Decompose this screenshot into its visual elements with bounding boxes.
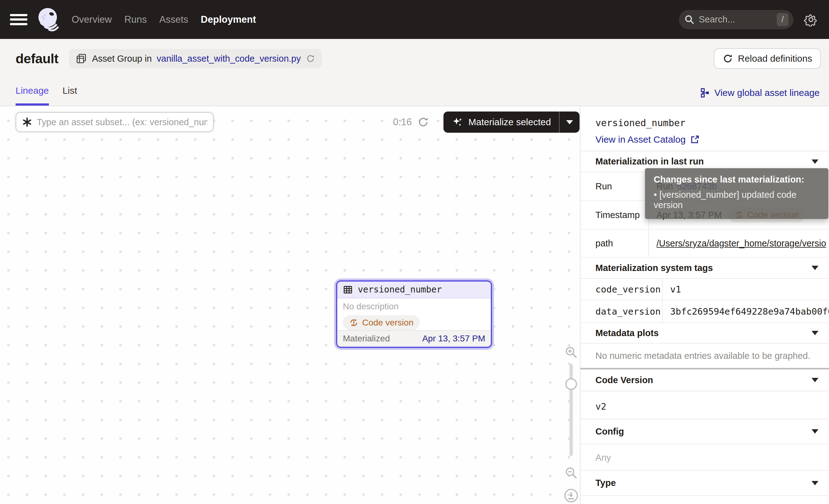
chevron-down-icon: [812, 331, 819, 335]
path-row-label: path: [580, 229, 649, 257]
view-in-asset-catalog-link[interactable]: View in Asset Catalog: [596, 134, 699, 145]
asset-node-footer: Materialized Apr 13, 3:57 PM: [337, 330, 491, 347]
materialized-timestamp-link[interactable]: Apr 13, 3:57 PM: [422, 334, 485, 344]
tooltip-title: Changes since last materialization:: [654, 174, 820, 185]
nav-item-deployment[interactable]: Deployment: [201, 14, 256, 25]
materialize-selected-button[interactable]: Materialize selected: [443, 111, 559, 133]
sparkle-icon: [452, 116, 463, 128]
section-metadata-plots[interactable]: Metadata plots: [580, 323, 829, 344]
hamburger-menu-icon[interactable]: [10, 12, 27, 27]
code-version-badge-label: Code version: [362, 318, 413, 328]
zoom-in-icon[interactable]: [564, 346, 578, 359]
reload-icon: [722, 53, 733, 64]
materialized-status-label: Materialized: [343, 334, 390, 344]
chevron-down-icon: [812, 481, 819, 485]
table-icon: [343, 285, 353, 295]
section-materialization-system-tags[interactable]: Materialization system tags: [580, 258, 829, 279]
changes-since-materialization-tooltip: Changes since last materialization: • [v…: [645, 168, 828, 219]
path-value-link[interactable]: /Users/sryza/dagster_home/storage/versio: [656, 238, 826, 249]
lineage-canvas[interactable]: 0:16 Materialize selected: [0, 106, 580, 504]
chevron-down-icon: [566, 120, 573, 124]
section-type[interactable]: Type: [580, 471, 829, 496]
tab-lineage[interactable]: Lineage: [15, 85, 49, 106]
refresh-icon[interactable]: [417, 116, 429, 128]
section-label: Type: [596, 478, 616, 488]
zoom-slider-thumb[interactable]: [565, 378, 577, 390]
sidebar-asset-name: versioned_number: [596, 117, 685, 128]
refresh-countdown: 0:16: [393, 116, 412, 128]
asset-node-name: versioned_number: [358, 284, 442, 295]
reload-definitions-button[interactable]: Reload definitions: [714, 48, 821, 69]
section-config[interactable]: Config: [580, 419, 829, 444]
refresh-timer: 0:16: [393, 112, 429, 132]
search-icon: [684, 14, 695, 25]
path-row: path /Users/sryza/dagster_home/storage/v…: [580, 229, 829, 258]
external-link-icon: [690, 135, 699, 144]
download-image-icon[interactable]: [564, 488, 579, 503]
settings-button[interactable]: [803, 11, 819, 28]
nav-item-overview[interactable]: Overview: [72, 14, 112, 25]
asset-subset-filter[interactable]: [15, 112, 214, 132]
chevron-down-icon: [812, 378, 819, 382]
nav-item-runs[interactable]: Runs: [124, 14, 147, 25]
zoom-slider-track[interactable]: [570, 364, 573, 456]
section-label: Code Version: [596, 375, 653, 385]
asset-node-description: No description: [343, 301, 485, 312]
page-title: default: [15, 51, 58, 66]
code-version-tag-row: code_version v1: [580, 279, 829, 300]
asset-node-body: No description Code version: [337, 298, 491, 330]
reload-definitions-label: Reload definitions: [738, 53, 813, 64]
tooltip-change-item: • [versioned_number] updated code versio…: [654, 190, 820, 210]
materialize-selected-label: Materialize selected: [468, 117, 551, 128]
view-global-asset-lineage-label: View global asset lineage: [714, 87, 820, 98]
asset-node-header: versioned_number: [337, 282, 491, 298]
search-shortcut-key: /: [777, 13, 789, 26]
asset-group-badge: Asset Group in vanilla_asset_with_code_v…: [69, 49, 322, 68]
asset-group-badge-text: Asset Group in: [92, 53, 152, 64]
zoom-controls: [563, 346, 580, 504]
dagster-app: Overview Runs Assets Deployment / defaul…: [0, 0, 829, 504]
metadata-plots-empty-text: No numeric metadata entries available to…: [596, 351, 810, 361]
zoom-out-icon[interactable]: [564, 466, 578, 480]
chevron-down-icon: [812, 266, 819, 270]
code-version-value: v2: [596, 401, 606, 412]
chevron-down-icon: [812, 429, 819, 434]
section-code-version[interactable]: Code Version: [580, 369, 829, 391]
code-version-changed-icon: [349, 318, 358, 327]
view-tabs: Lineage List: [15, 85, 77, 106]
data-version-tag-row: data_version 3bfc269594ef649228e9a74bab0…: [580, 300, 829, 323]
data-version-tag-value: 3bfc269594ef649228e9a74bab00f04: [663, 300, 829, 322]
global-search[interactable]: /: [679, 10, 793, 29]
asset-detail-sidebar: versioned_number View in Asset Catalog M…: [580, 106, 829, 504]
asset-group-icon: [76, 53, 87, 64]
asset-group-file-link[interactable]: vanilla_asset_with_code_version.py: [157, 53, 301, 64]
section-label: Materialization in last run: [596, 156, 704, 167]
code-version-tag-value: v1: [663, 279, 829, 300]
dagster-logo[interactable]: [34, 4, 63, 35]
page-header: default Asset Group in vanilla_asset_wit…: [0, 39, 829, 106]
refresh-group-icon[interactable]: [306, 54, 315, 63]
op-selector-icon: [22, 117, 32, 128]
search-input[interactable]: [699, 14, 777, 25]
materialize-options-dropdown[interactable]: [560, 111, 580, 133]
data-version-tag-label: data_version: [580, 300, 663, 322]
section-label: Config: [596, 426, 624, 437]
top-navbar: Overview Runs Assets Deployment /: [0, 0, 829, 39]
asset-subset-input[interactable]: [37, 117, 207, 128]
materialize-selected-button-group: Materialize selected: [443, 111, 580, 133]
tab-list[interactable]: List: [63, 85, 77, 106]
view-global-asset-lineage-link[interactable]: View global asset lineage: [700, 87, 820, 98]
nav-item-assets[interactable]: Assets: [159, 14, 188, 25]
nav-menu: Overview Runs Assets Deployment: [72, 14, 256, 25]
section-label: Materialization system tags: [596, 263, 713, 273]
chevron-down-icon: [812, 159, 819, 164]
timestamp-row-label: Timestamp: [580, 201, 649, 229]
view-in-asset-catalog-label: View in Asset Catalog: [596, 134, 686, 145]
code-version-tag-label: code_version: [580, 279, 663, 300]
run-row-label: Run: [580, 172, 649, 200]
section-label: Metadata plots: [596, 328, 659, 338]
code-version-changed-badge: Code version: [343, 315, 420, 330]
config-value: Any: [596, 453, 611, 463]
gear-icon: [804, 13, 818, 27]
asset-node-versioned-number[interactable]: versioned_number No description C: [336, 280, 492, 348]
